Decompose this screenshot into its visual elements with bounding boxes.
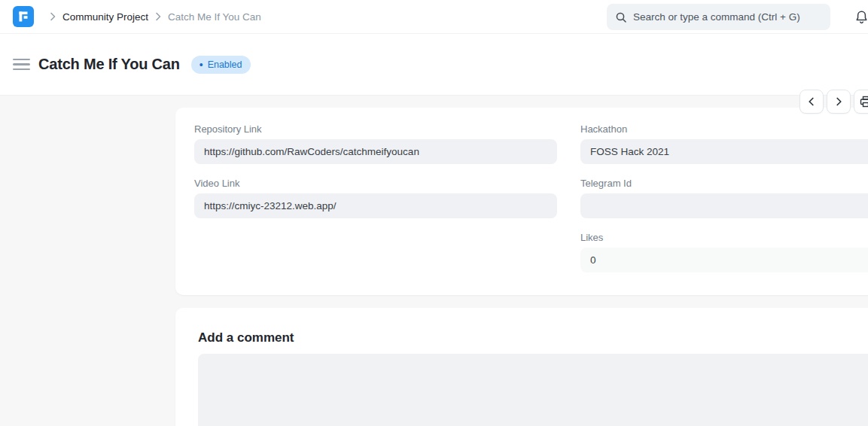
likes-input[interactable] (580, 248, 868, 272)
chevron-left-icon (807, 97, 816, 106)
field-video-link: Video Link (194, 178, 557, 218)
hackathon-input[interactable] (580, 139, 868, 164)
page-title: Catch Me If You Can (38, 56, 180, 73)
menu-icon (13, 63, 30, 65)
sidebar-toggle-button[interactable] (13, 56, 31, 73)
comments-section-card: Add a comment (175, 308, 868, 426)
field-likes: Likes (580, 232, 868, 272)
menu-icon (13, 68, 30, 71)
repository-link-input[interactable] (194, 139, 557, 164)
breadcrumb-current: Catch Me If You Can (168, 11, 261, 23)
video-link-input[interactable] (194, 193, 557, 218)
bell-icon (854, 10, 868, 25)
previous-document-button[interactable] (799, 90, 824, 114)
field-label: Repository Link (194, 123, 557, 135)
field-label: Hackathon (580, 123, 868, 135)
field-label: Video Link (194, 178, 557, 189)
chevron-right-icon (148, 12, 168, 21)
global-search[interactable] (607, 4, 830, 30)
print-button[interactable] (854, 90, 868, 114)
chevron-right-icon (834, 97, 843, 106)
search-icon (616, 12, 626, 23)
status-label: Enabled (208, 59, 242, 70)
field-repository-link: Repository Link (194, 123, 557, 164)
form-column-right: Hackathon Telegram Id Likes (580, 123, 868, 286)
status-badge: • Enabled (191, 56, 251, 74)
next-document-button[interactable] (827, 90, 851, 114)
menu-icon (13, 59, 30, 61)
form-grid: Repository Link Video Link Hackathon Tel… (194, 123, 868, 286)
status-dot: • (199, 59, 203, 70)
field-telegram-id: Telegram Id (580, 178, 868, 218)
breadcrumb: Community Project Catch Me If You Can (43, 11, 261, 23)
comment-input[interactable] (198, 354, 868, 426)
add-comment-heading: Add a comment (198, 330, 868, 345)
notifications-button[interactable] (852, 8, 868, 26)
top-navbar: Community Project Catch Me If You Can (0, 0, 868, 34)
form-body: Repository Link Video Link Hackathon Tel… (0, 96, 868, 426)
field-label: Likes (580, 232, 868, 243)
field-hackathon: Hackathon (580, 123, 868, 164)
frappe-logo[interactable] (13, 6, 34, 27)
chevron-right-icon (43, 12, 62, 21)
head-actions (799, 90, 868, 114)
form-section-card: Repository Link Video Link Hackathon Tel… (175, 108, 868, 295)
printer-icon (860, 96, 868, 108)
field-label: Telegram Id (580, 178, 868, 189)
page-head: Catch Me If You Can • Enabled (0, 34, 868, 96)
breadcrumb-parent-link[interactable]: Community Project (62, 11, 148, 23)
search-input[interactable] (633, 11, 821, 23)
form-column-left: Repository Link Video Link (194, 123, 557, 286)
frappe-logo-glyph (13, 6, 34, 27)
telegram-id-input[interactable] (580, 193, 868, 218)
